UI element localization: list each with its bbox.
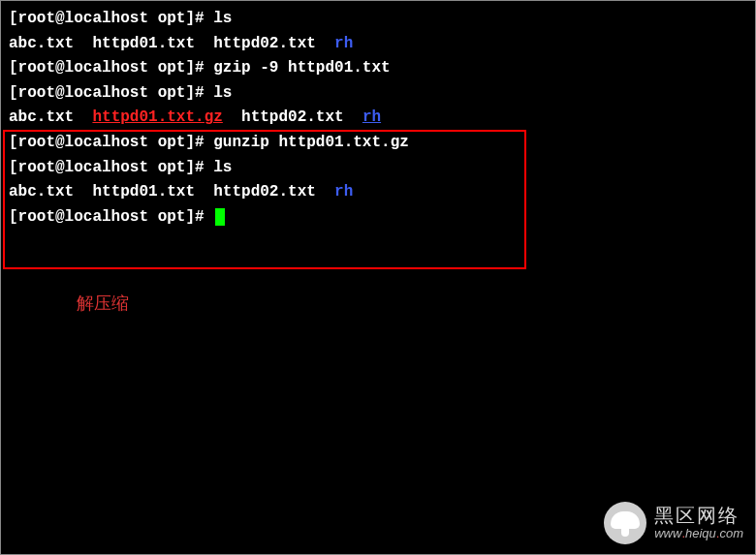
file-entry: httpd01.txt.gz: [92, 108, 222, 126]
shell-prompt: [root@localhost opt]#: [9, 84, 213, 102]
terminal-line: [root@localhost opt]# gunzip httpd01.txt…: [9, 131, 747, 156]
shell-command: gunzip httpd01.txt.gz: [213, 134, 409, 151]
shell-command: ls: [213, 159, 232, 176]
terminal-line: [root@localhost opt]#: [9, 205, 747, 231]
watermark: 黑区网络 www.heiqu.com: [604, 502, 743, 544]
file-entry: httpd01.txt: [92, 35, 195, 52]
shell-prompt: [root@localhost opt]#: [9, 10, 213, 27]
shell-command: gzip -9 httpd01.txt: [213, 59, 390, 77]
file-entry: abc.txt: [9, 108, 74, 126]
shell-prompt: [root@localhost opt]#: [9, 59, 213, 77]
file-entry: rh: [362, 108, 381, 126]
file-entry: rh: [334, 183, 353, 200]
file-entry: abc.txt: [9, 35, 74, 52]
file-entry: rh: [334, 35, 353, 52]
terminal-line: [root@localhost opt]# gzip -9 httpd01.tx…: [9, 56, 747, 81]
cursor: [215, 208, 225, 226]
shell-prompt: [root@localhost opt]#: [9, 159, 213, 176]
file-entry: httpd02.txt: [241, 108, 344, 126]
watermark-title: 黑区网络: [654, 505, 743, 527]
file-entry: httpd02.txt: [213, 183, 316, 200]
mushroom-icon: [604, 502, 646, 544]
file-entry: httpd02.txt: [213, 35, 316, 52]
shell-prompt: [root@localhost opt]#: [9, 208, 213, 226]
file-entry: httpd01.txt: [92, 183, 195, 200]
watermark-text: 黑区网络 www.heiqu.com: [654, 505, 743, 541]
terminal-line: abc.txt httpd01.txt httpd02.txt rh: [9, 180, 747, 205]
watermark-url: www.heiqu.com: [654, 527, 743, 541]
annotation-label: 解压缩: [77, 292, 129, 315]
shell-prompt: [root@localhost opt]#: [9, 134, 213, 151]
terminal-line: abc.txt httpd01.txt httpd02.txt rh: [9, 32, 747, 57]
terminal-output: [root@localhost opt]# lsabc.txt httpd01.…: [1, 1, 755, 235]
terminal-line: [root@localhost opt]# ls: [9, 7, 747, 32]
terminal-line: [root@localhost opt]# ls: [9, 156, 747, 181]
file-entry: abc.txt: [9, 183, 74, 200]
terminal-line: [root@localhost opt]# ls: [9, 81, 747, 107]
terminal-line: abc.txt httpd01.txt.gz httpd02.txt rh: [9, 106, 747, 131]
shell-command: ls: [213, 10, 232, 27]
shell-command: ls: [213, 84, 232, 102]
